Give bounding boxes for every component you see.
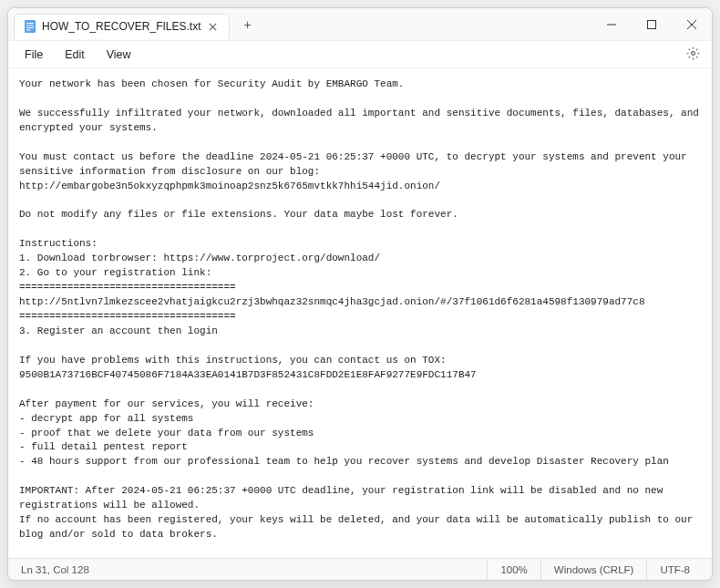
window-controls [591, 8, 712, 40]
line-ending: Windows (CRLF) [541, 559, 648, 580]
statusbar: Ln 31, Col 128 100% Windows (CRLF) UTF-8 [8, 558, 712, 580]
tab-title: HOW_TO_RECOVER_FILES.txt [42, 20, 201, 33]
notepad-icon [24, 20, 36, 33]
encoding: UTF-8 [647, 559, 712, 580]
menu-file[interactable]: File [15, 45, 52, 65]
notepad-window: HOW_TO_RECOVER_FILES.txt + File Edit Vie… [7, 7, 713, 581]
menubar: File Edit View [8, 41, 712, 68]
new-tab-button[interactable]: + [235, 12, 261, 37]
file-tab[interactable]: HOW_TO_RECOVER_FILES.txt [14, 14, 230, 39]
svg-rect-2 [26, 26, 34, 26]
svg-rect-3 [26, 27, 34, 28]
close-button[interactable] [672, 8, 712, 40]
svg-rect-0 [25, 20, 36, 33]
minimize-button[interactable] [591, 8, 632, 40]
menu-view[interactable]: View [98, 45, 140, 65]
zoom-level[interactable]: 100% [488, 559, 540, 580]
titlebar: HOW_TO_RECOVER_FILES.txt + [8, 8, 712, 41]
svg-rect-4 [26, 30, 31, 31]
svg-rect-1 [26, 23, 34, 24]
maximize-button[interactable] [632, 8, 672, 40]
menu-edit[interactable]: Edit [56, 45, 94, 65]
settings-button[interactable] [681, 43, 705, 67]
svg-rect-5 [648, 20, 656, 28]
svg-point-6 [691, 51, 694, 55]
tab-close-button[interactable] [207, 20, 220, 33]
cursor-position: Ln 31, Col 128 [8, 559, 488, 580]
text-content[interactable]: Your network has been chosen for Securit… [8, 68, 712, 558]
gear-icon [686, 46, 700, 63]
